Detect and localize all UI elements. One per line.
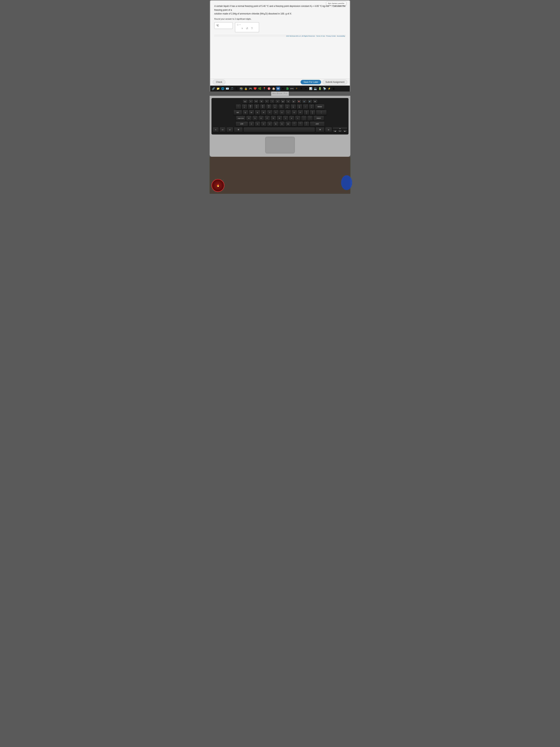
key-f5[interactable]: ☽ (270, 100, 275, 104)
key-3[interactable]: #3 (254, 104, 260, 109)
key-space[interactable] (243, 127, 315, 132)
key-f9[interactable]: ⏭ (291, 100, 296, 104)
key-f2[interactable]: ☀☀ (254, 100, 259, 104)
key-g[interactable]: G (271, 115, 276, 121)
taskbar-icon-battery[interactable]: 🔋 (318, 86, 322, 91)
key-eject[interactable]: ⏏ (313, 100, 318, 104)
save-for-later-button[interactable]: Save For Later (300, 80, 321, 84)
key-p[interactable]: P (298, 110, 303, 115)
key-z[interactable]: Z (249, 121, 254, 127)
key-1[interactable]: !1 (242, 104, 247, 109)
key-f11[interactable]: 🔉 (302, 100, 307, 104)
key-h[interactable]: H (277, 115, 282, 121)
key-v[interactable]: V (267, 121, 273, 127)
taskbar-icon-game1[interactable]: 🎮 (248, 86, 252, 91)
key-s[interactable]: S (252, 115, 258, 121)
answer-input-box[interactable]: °C (214, 22, 233, 29)
taskbar-icon-power[interactable]: ⚡ (327, 86, 331, 91)
key-x[interactable]: X (255, 121, 260, 127)
key-w[interactable]: W (249, 110, 254, 115)
key-7[interactable]: &7 (278, 104, 284, 109)
key-f[interactable]: F (264, 115, 270, 121)
key-r[interactable]: R (261, 110, 266, 115)
key-8[interactable]: *8 (285, 104, 290, 109)
key-return[interactable]: return (313, 115, 324, 121)
key-d[interactable]: D (258, 115, 264, 121)
key-0[interactable]: )0 (297, 104, 302, 109)
key-esc[interactable]: esc (243, 100, 248, 104)
key-backtick[interactable]: ~` (236, 104, 241, 109)
taskbar-icon-target[interactable]: 🎯 (267, 86, 271, 91)
check-button[interactable]: Check (213, 80, 225, 84)
key-k[interactable]: K (289, 115, 294, 121)
submit-assignment-button[interactable]: Submit Assignment (323, 80, 347, 84)
key-command-left[interactable]: ⌘ (234, 127, 243, 132)
taskbar-icon-dragon[interactable]: 🐉 (285, 86, 289, 91)
key-arrow-down[interactable]: ▼ (338, 130, 342, 132)
key-6[interactable]: ^6 (272, 104, 278, 109)
key-arrow-left[interactable]: ◀ (332, 130, 338, 132)
key-caps-lock[interactable]: caps lock (236, 115, 245, 121)
widget-help-btn[interactable]: ? (250, 26, 254, 30)
key-o[interactable]: O (292, 110, 297, 115)
taskbar-icon-wifi[interactable]: 📡 (322, 86, 326, 91)
key-5[interactable]: %5 (266, 104, 272, 109)
key-e[interactable]: E (255, 110, 260, 115)
taskbar-icon-music[interactable]: 🎵 (230, 86, 234, 91)
key-shift-right[interactable]: shift (310, 121, 325, 127)
taskbar-icon-close[interactable]: ✕ (299, 86, 303, 91)
key-4[interactable]: $4 (260, 104, 266, 109)
taskbar-icon-lock[interactable]: 🔒 (244, 86, 248, 91)
key-arrow-up[interactable]: ▲ (332, 127, 347, 130)
taskbar-icon-monitor[interactable]: 💻 (313, 86, 317, 91)
key-l[interactable]: L (295, 115, 300, 121)
key-fn[interactable]: fn (213, 127, 219, 132)
key-shift-left[interactable]: shift (236, 121, 248, 127)
taskbar-icon-epic[interactable]: EPIC (290, 86, 294, 91)
key-tab[interactable]: tab (234, 110, 242, 115)
key-backslash[interactable]: |\ (316, 110, 327, 115)
taskbar-icon-plant[interactable]: 🌿 (258, 86, 262, 91)
key-equals[interactable]: += (309, 104, 315, 109)
key-c[interactable]: C (261, 121, 266, 127)
taskbar-icon-chart[interactable]: 📊 (309, 86, 313, 91)
key-arrow-right[interactable]: ▶ (343, 130, 347, 132)
key-y[interactable]: Y (273, 110, 279, 115)
key-u[interactable]: U (279, 110, 285, 115)
taskbar-icon-star[interactable]: ★ (281, 86, 285, 91)
key-t[interactable]: T (267, 110, 273, 115)
key-slash[interactable]: ?/ (304, 121, 309, 127)
taskbar-icon-calendar[interactable]: 🗓 (235, 86, 239, 91)
key-alt-right[interactable]: alt (325, 127, 332, 132)
key-f12[interactable]: 🔊 (308, 100, 312, 104)
taskbar-icon-mail[interactable]: 📧 (225, 86, 229, 91)
key-f4[interactable]: ⠿ (264, 100, 269, 104)
accessibility-link[interactable]: Accessibility (337, 35, 345, 37)
taskbar-icon-home[interactable]: 🏠 (271, 86, 275, 91)
key-minus[interactable]: _- (303, 104, 308, 109)
key-command-right[interactable]: ⌘ (316, 127, 324, 132)
key-period[interactable]: >. (298, 121, 303, 127)
taskbar-icon-menu[interactable]: ≡ (304, 86, 308, 91)
widget-clear-btn[interactable]: × (241, 26, 244, 30)
key-i[interactable]: I (285, 110, 291, 115)
key-9[interactable]: (9 (291, 104, 296, 109)
taskbar-icon-finder[interactable]: 🔗 (211, 86, 215, 91)
key-j[interactable]: J (283, 115, 288, 121)
key-f10[interactable]: 🔇 (297, 100, 301, 104)
input-widget[interactable]: □ ∞ × ↺ ? (235, 22, 259, 32)
taskbar-icon-photos[interactable]: 📸 (239, 86, 243, 91)
key-a[interactable]: A (246, 115, 252, 121)
key-delete[interactable]: delete (315, 104, 325, 109)
trackpad[interactable] (265, 137, 295, 153)
key-bracket-left[interactable]: {[ (304, 110, 309, 115)
key-m[interactable]: M (285, 121, 291, 127)
taskbar-icon-pxmark[interactable]: P (295, 86, 299, 91)
taskbar-icon-screen[interactable]: 🖥 (332, 86, 336, 91)
key-comma[interactable]: <, (292, 121, 297, 127)
key-f3[interactable]: ⊞ (259, 100, 264, 104)
key-control[interactable]: ctrl (219, 127, 226, 132)
widget-undo-btn[interactable]: ↺ (245, 26, 249, 30)
key-n[interactable]: N (279, 121, 285, 127)
key-b[interactable]: B (273, 121, 279, 127)
